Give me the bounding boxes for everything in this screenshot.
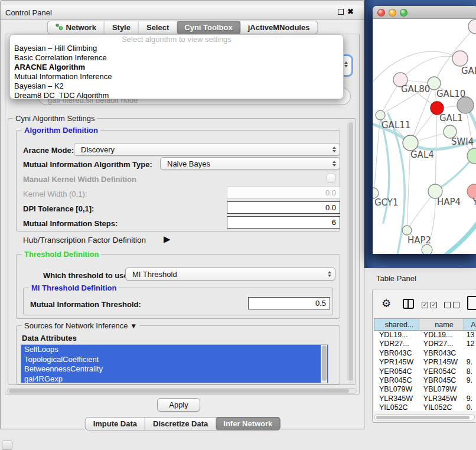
unchecked-box-icon-1[interactable] (444, 302, 451, 308)
table-row[interactable]: YBR045CYBR045C9. (374, 376, 476, 385)
network-icon (56, 23, 63, 32)
node-label-hap4: HAP4 (437, 197, 461, 207)
control-panel-title: Control Panel (5, 8, 52, 17)
network-node-hap2[interactable] (402, 226, 412, 235)
settings-horizontal-scrollbar[interactable] (7, 388, 357, 394)
network-node-gal10-gray[interactable] (457, 97, 474, 113)
algorithm-definition-title: Algorithm Definition (22, 126, 100, 135)
attributes-scrollbar[interactable] (321, 345, 327, 383)
sources-title-text: Sources for Network Inference (24, 321, 128, 330)
control-panel-titlebar (1, 5, 364, 20)
tab-cyni-toolbox[interactable]: Cyni Toolbox (177, 21, 240, 34)
dropdown-item-mutual-information-inference[interactable]: Mutual Information Inference (10, 72, 343, 81)
network-view-window: GALGAL80GAL10GAL1GAL11SWI4GAL4GCY1HAP4YH… (373, 6, 476, 254)
table-cell: YDR27... (418, 340, 462, 348)
table-cell: YER054C (418, 367, 462, 376)
attribute-item-gal4rgexp[interactable]: gal4RGexp (21, 374, 328, 384)
tab-network-label: Network (66, 23, 96, 32)
tab-select[interactable]: Select (139, 21, 177, 34)
network-node-gal11[interactable] (376, 110, 385, 120)
close-traffic-light[interactable] (377, 9, 385, 17)
dropdown-item-basic-correlation-inference[interactable]: Basic Correlation Inference (10, 53, 343, 63)
table-cell: YBR045C (418, 376, 462, 385)
which-threshold-select[interactable]: MI Threshold (125, 268, 335, 281)
table-row[interactable]: YPR145WYPR145W9. (374, 358, 476, 367)
unchecked-box-icon-2[interactable] (453, 302, 459, 308)
network-node-pink-upper[interactable] (452, 51, 468, 66)
table-cell: YPR145W (418, 358, 462, 367)
settings-vertical-scrollbar[interactable] (347, 120, 354, 383)
kernel-width-label: Kernel Width (0,1): (23, 190, 87, 198)
table-cell: 9. (462, 358, 476, 367)
apply-button[interactable]: Apply (157, 398, 200, 412)
bottom-tab-infer-network[interactable]: Infer Network (216, 417, 280, 431)
bottom-tab-discretize-data[interactable]: Discretize Data (145, 418, 216, 430)
attribute-item-selfloops[interactable]: SelfLoops (21, 345, 328, 355)
table-cell: YBR043C (374, 349, 418, 358)
table-row[interactable]: YLR345WYLR345W9. (374, 394, 476, 403)
table-row[interactable]: YER054CYER054C8. (374, 367, 476, 376)
node-label-hap2: HAP2 (407, 235, 431, 246)
dropdown-item-list: Bayesian – Hill ClimbingBasic Correlatio… (10, 44, 343, 99)
network-node-gal-top[interactable] (468, 19, 476, 34)
float-window-icon[interactable] (338, 9, 344, 15)
tab-network[interactable]: Network (48, 21, 105, 34)
column-header-shared[interactable]: shared... (374, 318, 419, 331)
table-row[interactable]: YDR27...YDR27...12 (374, 340, 476, 348)
bottom-tab-impute-data[interactable]: Impute Data (86, 418, 145, 430)
close-icon[interactable]: ✖ (347, 7, 354, 16)
algorithm-dropdown[interactable]: Select algorithm to view settings Bayesi… (9, 34, 344, 99)
attribute-item-betweennesscentrality[interactable]: BetweennessCentrality (21, 364, 328, 374)
dpi-tolerance-field[interactable]: 0.0 (227, 201, 340, 214)
mi-type-label: Mutual Information Algorithm Type: (23, 160, 152, 169)
table-cell: YLR345W (374, 394, 418, 403)
combo-arrows-icon (332, 146, 336, 152)
table-row[interactable]: YDL19...YDL19...13 (374, 331, 476, 340)
table-cell: 13 (462, 331, 476, 340)
manual-kernel-checkbox[interactable] (327, 174, 335, 182)
combo-arrows-icon (328, 271, 331, 277)
columns-icon[interactable] (403, 299, 414, 309)
table-row[interactable]: YBL079WYBL079W (374, 385, 476, 394)
combo-arrows-icon (344, 61, 348, 67)
column-header-name[interactable]: name (419, 318, 464, 331)
table-cell (462, 385, 476, 394)
mi-type-select[interactable]: Naive Bayes (160, 157, 340, 170)
table-cell: 8. (462, 367, 476, 376)
attribute-item-topologicalcoefficient[interactable]: TopologicalCoefficient (21, 355, 328, 365)
network-node-bottom-green[interactable] (422, 244, 432, 254)
dropdown-item-aracne-algorithm[interactable]: ARACNE Algorithm (10, 63, 343, 72)
table-row[interactable]: YIL052CYIL052C0. (374, 403, 476, 411)
dropdown-item-bayesian-hill-climbing[interactable]: Bayesian – Hill Climbing (10, 44, 343, 53)
table-panel-title: Table Panel (376, 274, 416, 283)
aracne-mode-select[interactable]: Discovery (74, 143, 340, 156)
network-node-gal4[interactable] (403, 135, 418, 151)
dropdown-item-dream8-dc-tdc-algorithm[interactable]: Dream8 DC_TDC Algorithm (10, 91, 343, 99)
expand-arrow-icon[interactable]: ▶ (164, 234, 171, 244)
tab-style[interactable]: Style (105, 21, 139, 34)
table-cell: 9. (462, 376, 476, 385)
network-window-titlebar[interactable] (373, 6, 476, 19)
collapse-arrow-icon[interactable]: ▼ (130, 322, 137, 330)
network-node-swi4-green[interactable] (467, 148, 476, 164)
checked-box-icon-1[interactable]: ✓ (422, 302, 428, 308)
sources-group-title: Sources for Network Inference ▼ (22, 321, 139, 330)
mi-steps-field[interactable]: 6 (227, 216, 340, 229)
dropdown-item-bayesian-k2[interactable]: Bayesian – K2 (10, 81, 343, 91)
collapsed-panel-button[interactable] (2, 441, 12, 450)
network-graph[interactable]: GALGAL80GAL10GAL1GAL11SWI4GAL4GCY1HAP4YH… (373, 19, 476, 254)
document-icon[interactable] (467, 296, 476, 310)
tab-jactivemnodules-label: jActiveMNodules (248, 23, 310, 32)
kernel-width-field[interactable]: 0.0 (227, 187, 340, 199)
tab-jactivemnodules[interactable]: jActiveMNodules (240, 21, 318, 34)
minimize-traffic-light[interactable] (389, 9, 396, 17)
table-body: YDL19...YDL19...13YDR27...YDR27...12YBR0… (374, 331, 476, 411)
gear-icon[interactable]: ⚙ (382, 297, 391, 310)
mi-threshold-field[interactable]: 0.5 (248, 297, 330, 309)
cyni-algorithm-settings-title: Cyni Algorithm Settings (13, 114, 97, 123)
zoom-traffic-light[interactable] (400, 9, 407, 17)
column-header-a[interactable]: A (464, 318, 476, 331)
table-row[interactable]: YBR043CYBR043C (374, 349, 476, 358)
table-horizontal-scrollbar[interactable] (374, 414, 475, 420)
checked-box-icon-2[interactable]: ✓ (431, 302, 437, 308)
